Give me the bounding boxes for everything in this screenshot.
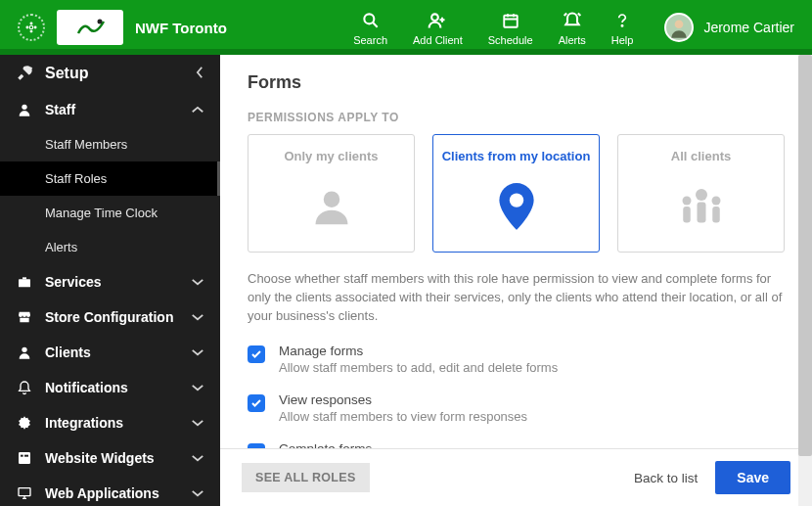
- chevron-down-icon: [191, 380, 204, 395]
- svg-point-9: [621, 25, 622, 26]
- sidebar: Setup Staff Staff Members Staff Roles Ma…: [0, 55, 220, 506]
- help-icon: [611, 9, 634, 32]
- svg-rect-26: [712, 207, 720, 223]
- checkbox-view-responses[interactable]: [248, 394, 265, 412]
- business-name: NWF Toronto: [135, 20, 227, 36]
- person-icon: [16, 102, 33, 117]
- svg-rect-16: [21, 455, 23, 457]
- perm-manage-forms: Manage forms Allow staff members to add,…: [248, 344, 785, 375]
- svg-point-0: [29, 25, 33, 29]
- location-pin-icon: [441, 181, 591, 232]
- user-menu[interactable]: Jerome Cartier: [664, 13, 794, 42]
- svg-rect-12: [19, 279, 30, 287]
- monitor-icon: [16, 485, 33, 501]
- svg-point-6: [364, 14, 374, 23]
- card-only-my-clients[interactable]: Only my clients: [248, 134, 415, 253]
- checkbox-manage-forms[interactable]: [248, 345, 265, 363]
- svg-point-3: [30, 23, 32, 24]
- header-actions: Search Add Client Schedule Alerts Help: [353, 9, 633, 46]
- svg-point-10: [675, 20, 684, 28]
- page-title: Forms: [248, 72, 785, 93]
- sidebar-item-staff-members[interactable]: Staff Members: [0, 127, 220, 161]
- svg-point-5: [98, 20, 103, 24]
- perm-complete-forms: Complete forms Allow staff members to fi…: [248, 441, 785, 448]
- avatar: [664, 13, 694, 42]
- svg-rect-8: [504, 16, 518, 27]
- sidebar-item-clients[interactable]: Clients: [0, 335, 220, 370]
- back-to-list-link[interactable]: Back to list: [634, 471, 698, 485]
- svg-rect-22: [697, 203, 705, 223]
- chevron-down-icon: [191, 274, 204, 290]
- scrollbar-thumb[interactable]: [798, 55, 812, 456]
- card-all-clients[interactable]: All clients: [617, 134, 785, 253]
- save-button[interactable]: Save: [715, 461, 790, 494]
- sidebar-item-staff[interactable]: Staff: [0, 92, 220, 127]
- sidebar-item-store-config[interactable]: Store Configuration: [0, 299, 220, 335]
- user-name: Jerome Cartier: [703, 20, 794, 35]
- sidebar-item-services[interactable]: Services: [0, 264, 220, 299]
- content-footer: SEE ALL ROLES Back to list Save: [220, 448, 812, 506]
- chevron-down-icon: [191, 450, 204, 466]
- calendar-icon: [488, 9, 533, 32]
- business-logo[interactable]: [57, 10, 123, 45]
- svg-point-4: [30, 30, 32, 32]
- svg-point-1: [26, 26, 28, 28]
- chevron-down-icon: [191, 485, 204, 501]
- alerts-action[interactable]: Alerts: [559, 9, 586, 46]
- svg-rect-24: [683, 207, 691, 223]
- sidebar-item-setup[interactable]: Setup: [0, 55, 220, 92]
- search-icon: [353, 9, 387, 32]
- svg-point-2: [34, 26, 36, 28]
- sidebar-item-staff-roles[interactable]: Staff Roles: [0, 161, 220, 196]
- schedule-action[interactable]: Schedule: [488, 9, 533, 46]
- store-icon: [16, 309, 33, 325]
- sidebar-item-integrations[interactable]: Integrations: [0, 405, 220, 440]
- svg-point-20: [509, 193, 522, 207]
- svg-point-25: [711, 197, 720, 206]
- sidebar-item-widgets[interactable]: Website Widgets: [0, 440, 220, 476]
- sidebar-item-webapps[interactable]: Web Applications: [0, 476, 220, 506]
- chevron-down-icon: [191, 415, 204, 431]
- svg-point-13: [22, 347, 26, 352]
- menu-icon[interactable]: [18, 14, 45, 41]
- add-client-action[interactable]: Add Client: [413, 9, 463, 46]
- svg-rect-18: [19, 488, 30, 496]
- sidebar-item-alerts[interactable]: Alerts: [0, 230, 220, 264]
- help-action[interactable]: Help: [611, 9, 634, 46]
- perm-view-responses: View responses Allow staff members to vi…: [248, 392, 785, 424]
- chevron-up-icon: [191, 102, 204, 117]
- permissions-description: Choose whether staff members with this r…: [248, 270, 785, 326]
- sidebar-item-notifications[interactable]: Notifications: [0, 370, 220, 405]
- svg-point-23: [682, 197, 691, 206]
- svg-point-19: [323, 191, 339, 207]
- svg-point-21: [696, 189, 707, 201]
- svg-point-7: [432, 14, 439, 21]
- permissions-label: PERMISSIONS APPLY TO: [248, 111, 785, 124]
- top-header: NWF Toronto Search Add Client Schedule A…: [0, 0, 812, 55]
- chevron-down-icon: [191, 345, 204, 360]
- group-icon: [626, 181, 776, 232]
- search-action[interactable]: Search: [353, 9, 387, 46]
- bell-outline-icon: [16, 380, 33, 395]
- add-client-icon: [413, 9, 463, 32]
- see-all-roles-button[interactable]: SEE ALL ROLES: [242, 463, 370, 492]
- person-silhouette-icon: [256, 181, 406, 232]
- person-icon: [16, 345, 33, 360]
- chevron-left-icon: [196, 66, 204, 82]
- content-area: Forms PERMISSIONS APPLY TO Only my clien…: [220, 55, 812, 506]
- briefcase-icon: [16, 274, 33, 290]
- tools-icon: [16, 65, 33, 82]
- svg-point-11: [22, 105, 26, 110]
- grid-icon: [16, 450, 33, 466]
- chevron-down-icon: [191, 309, 204, 325]
- gear-icon: [16, 415, 33, 431]
- sidebar-item-manage-time-clock[interactable]: Manage Time Clock: [0, 196, 220, 230]
- card-clients-location[interactable]: Clients from my location: [432, 134, 600, 253]
- bell-icon: [559, 9, 586, 32]
- svg-rect-17: [24, 455, 28, 457]
- svg-rect-15: [19, 452, 30, 464]
